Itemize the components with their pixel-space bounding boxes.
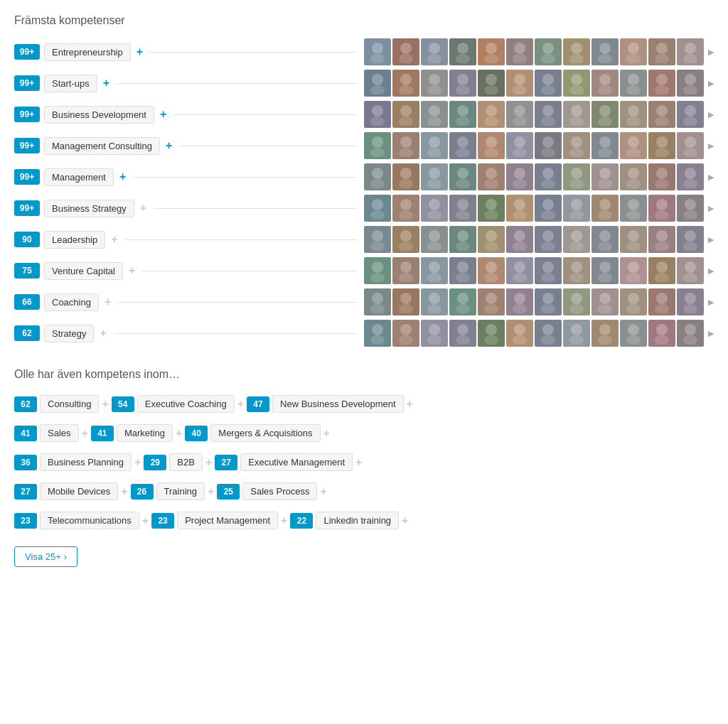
sec-skill-add-button[interactable]: + [281,514,287,527]
skill-name-label[interactable]: Business Development [44,106,154,124]
sec-skill-name[interactable]: Mobile Devices [40,482,118,500]
svg-point-166 [685,230,696,242]
skill-name-label[interactable]: Start-ups [44,75,97,92]
skill-expand-chevron[interactable]: ▶ [708,298,714,307]
sec-skill-name[interactable]: Business Planning [40,453,132,471]
sec-skill-name[interactable]: Mergers & Acquisitions [210,424,320,442]
skill-name-label[interactable]: Venture Capital [44,262,123,280]
sec-skill-add-button[interactable]: + [121,485,127,498]
svg-point-35 [513,85,527,94]
avatar [506,257,533,284]
sec-skill-name[interactable]: Sales [40,424,79,442]
sec-skill-name[interactable]: New Business Development [272,395,404,413]
svg-point-95 [683,148,697,157]
avatar [478,70,505,97]
skill-name-label[interactable]: Leadership [44,231,105,249]
sec-skill-name[interactable]: Linkedin training [316,512,399,529]
skill-add-button[interactable]: + [136,45,143,58]
avatar [421,38,448,65]
svg-point-141 [655,210,669,220]
sec-skill-group-sales-process: 25Sales Process+ [217,482,326,500]
skill-add-button[interactable]: + [129,264,135,277]
skill-expand-chevron[interactable]: ▶ [708,79,714,88]
sec-skill-add-button[interactable]: + [102,398,108,411]
svg-point-38 [571,74,582,85]
sec-skill-add-button[interactable]: + [134,456,141,469]
skill-expand-chevron[interactable]: ▶ [708,204,714,213]
sec-skill-add-button[interactable]: + [407,398,413,411]
sec-skill-add-button[interactable]: + [402,514,408,527]
svg-point-10 [514,43,525,54]
skill-expand-chevron[interactable]: ▶ [708,329,714,338]
sec-skill-add-button[interactable]: + [205,456,212,469]
sec-skill-name[interactable]: B2B [169,453,203,471]
skill-name-label[interactable]: Coaching [44,293,99,311]
skill-name-label[interactable]: Strategy [44,325,94,342]
sec-skill-add-button[interactable]: + [355,456,362,469]
svg-point-177 [484,273,498,282]
avatar [506,38,533,65]
skill-avatars-row: ▶ [364,101,714,128]
skill-expand-chevron[interactable]: ▶ [708,48,714,57]
sec-skill-name[interactable]: Executive Coaching [137,395,235,413]
skill-add-button[interactable]: + [160,108,166,121]
secondary-section: Olle har även kompetens inom… 62Consulti… [14,368,714,567]
avatar [392,163,419,190]
avatar [563,70,590,97]
skill-expand-chevron[interactable]: ▶ [708,141,714,151]
skill-add-button[interactable]: + [140,202,146,215]
skill-name-label[interactable]: Entrepreneurship [44,43,131,61]
svg-point-86 [571,136,582,148]
svg-point-167 [683,242,697,251]
svg-point-161 [598,242,612,251]
avatar [392,101,419,128]
skill-add-button[interactable]: + [103,77,109,90]
sec-skill-name[interactable]: Telecommunications [40,512,139,529]
sec-skill-name[interactable]: Project Management [177,512,278,529]
avatar [648,101,675,128]
skill-expand-chevron[interactable]: ▶ [708,235,714,244]
avatar [421,163,448,190]
svg-point-124 [429,199,440,210]
skill-name-label[interactable]: Management [44,168,114,186]
svg-point-182 [571,261,582,273]
sec-skill-name[interactable]: Consulting [40,395,99,413]
svg-point-143 [683,210,697,220]
sec-skill-add-button[interactable]: + [142,514,149,527]
skill-name-label[interactable]: Management Consulting [44,137,160,155]
sec-skill-name[interactable]: Executive Management [240,453,353,471]
sec-skill-add-button[interactable]: + [208,485,214,498]
svg-point-56 [486,105,497,117]
skill-add-button[interactable]: + [166,139,172,152]
skill-expand-chevron[interactable]: ▶ [708,110,714,119]
sec-skill-add-button[interactable]: + [82,427,88,440]
svg-point-147 [399,242,413,251]
svg-point-71 [683,117,697,126]
svg-point-175 [456,273,470,282]
svg-point-39 [569,85,584,94]
sec-skill-name[interactable]: Marketing [117,424,173,442]
skill-expand-chevron[interactable]: ▶ [708,173,714,182]
svg-point-76 [429,136,440,148]
show-more-button[interactable]: Visa 25+ › [14,546,77,567]
svg-point-220 [429,324,440,335]
sec-skill-add-button[interactable]: + [320,485,326,498]
skill-add-button[interactable]: + [100,327,106,340]
skill-expand-chevron[interactable]: ▶ [708,266,714,276]
sec-skill-name[interactable]: Sales Process [242,482,317,500]
svg-point-42 [628,74,639,85]
sec-skill-add-button[interactable]: + [176,427,182,440]
skill-row-strategy: 62Strategy+ ▶ [14,320,714,347]
sec-skill-add-button[interactable]: + [323,427,330,440]
sec-skill-add-button[interactable]: + [237,398,244,411]
skill-add-button[interactable]: + [111,233,117,246]
skill-add-button[interactable]: + [119,171,126,183]
svg-point-164 [656,230,668,242]
svg-point-176 [486,261,497,273]
skill-name-label[interactable]: Business Strategy [44,200,134,217]
skill-add-button[interactable]: + [105,296,111,308]
svg-point-52 [429,105,440,117]
svg-point-77 [427,148,441,157]
sec-skill-badge: 47 [247,396,269,412]
sec-skill-name[interactable]: Training [156,482,205,500]
